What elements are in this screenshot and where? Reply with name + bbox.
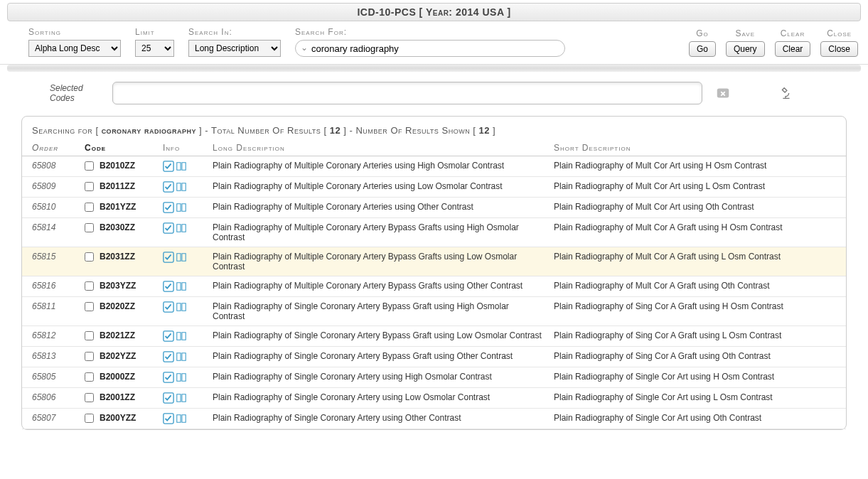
long-desc-cell: Plain Radiography of Multiple Coronary A… xyxy=(207,218,548,247)
book-icon[interactable] xyxy=(176,252,187,263)
check-icon[interactable] xyxy=(163,202,174,213)
long-desc-cell: Plain Radiography of Single Coronary Art… xyxy=(207,367,548,388)
close-button[interactable]: Close xyxy=(820,41,858,57)
col-code[interactable]: Code xyxy=(79,140,157,156)
check-icon[interactable] xyxy=(163,413,174,424)
table-row[interactable]: 65816B203YZZPlain Radiography of Multipl… xyxy=(22,276,846,297)
row-checkbox[interactable] xyxy=(85,414,94,423)
info-cell xyxy=(157,198,207,218)
order-cell: 65809 xyxy=(22,177,79,198)
table-row[interactable]: 65805B2000ZZPlain Radiography of Single … xyxy=(22,367,846,388)
long-desc-cell: Plain Radiography of Single Coronary Art… xyxy=(207,297,548,326)
check-icon[interactable] xyxy=(163,392,174,404)
row-checkbox[interactable] xyxy=(85,331,94,340)
table-row[interactable]: 65811B2020ZZPlain Radiography of Single … xyxy=(22,297,846,326)
order-cell: 65806 xyxy=(22,388,79,409)
check-icon[interactable] xyxy=(163,372,174,383)
book-icon[interactable] xyxy=(176,372,187,383)
table-row[interactable]: 65810B201YZZPlain Radiography of Multipl… xyxy=(22,198,846,218)
short-desc-cell: Plain Radiography of Mult Cor A Graft us… xyxy=(548,218,846,247)
row-checkbox[interactable] xyxy=(85,281,94,291)
col-info[interactable]: Info xyxy=(157,140,207,156)
code-cell: B200YZZ xyxy=(79,409,157,429)
long-desc-cell: Plain Radiography of Single Coronary Art… xyxy=(207,347,548,367)
book-icon[interactable] xyxy=(176,281,187,292)
microscope-icon[interactable] xyxy=(778,85,793,101)
code-cell: B2030ZZ xyxy=(79,218,157,247)
searchin-select[interactable]: Long Description xyxy=(188,40,281,57)
row-checkbox[interactable] xyxy=(85,302,94,311)
toolbar: Sorting Alpha Long Desc Limit 25 Search … xyxy=(0,24,868,65)
book-icon[interactable] xyxy=(176,413,187,424)
row-checkbox[interactable] xyxy=(85,223,94,232)
clear-button[interactable]: Clear xyxy=(775,41,811,57)
info-cell xyxy=(157,156,207,177)
check-icon[interactable] xyxy=(163,252,174,263)
sorting-select[interactable]: Alpha Long Desc xyxy=(28,40,121,57)
row-checkbox[interactable] xyxy=(85,203,94,212)
short-desc-cell: Plain Radiography of Single Cor Art usin… xyxy=(548,367,846,388)
row-checkbox[interactable] xyxy=(85,393,94,402)
table-row[interactable]: 65814B2030ZZPlain Radiography of Multipl… xyxy=(22,218,846,247)
order-cell: 65813 xyxy=(22,347,79,367)
check-icon[interactable] xyxy=(163,161,174,172)
go-button[interactable]: Go xyxy=(689,41,716,57)
check-icon[interactable] xyxy=(163,301,174,313)
check-icon[interactable] xyxy=(163,222,174,234)
row-checkbox[interactable] xyxy=(85,252,94,262)
check-icon[interactable] xyxy=(163,181,174,193)
clear-selection-icon[interactable] xyxy=(715,85,731,101)
book-icon[interactable] xyxy=(176,392,187,404)
table-row[interactable]: 65807B200YZZPlain Radiography of Single … xyxy=(22,409,846,429)
long-desc-cell: Plain Radiography of Multiple Coronary A… xyxy=(207,156,548,177)
book-icon[interactable] xyxy=(176,222,187,234)
table-row[interactable]: 65808B2010ZZPlain Radiography of Multipl… xyxy=(22,156,846,177)
order-cell: 65812 xyxy=(22,326,79,347)
table-row[interactable]: 65809B2011ZZPlain Radiography of Multipl… xyxy=(22,177,846,198)
info-cell xyxy=(157,247,207,276)
searchfor-label: Search For: xyxy=(295,27,565,37)
searchfor-input[interactable] xyxy=(295,40,565,57)
info-cell xyxy=(157,347,207,367)
code-cell: B2021ZZ xyxy=(79,326,157,347)
book-icon[interactable] xyxy=(176,181,187,193)
row-checkbox[interactable] xyxy=(85,182,94,191)
book-icon[interactable] xyxy=(176,161,187,172)
short-desc-cell: Plain Radiography of Mult Cor Art using … xyxy=(548,198,846,218)
col-order[interactable]: Order xyxy=(22,140,79,156)
table-row[interactable]: 65806B2001ZZPlain Radiography of Single … xyxy=(22,388,846,409)
limit-label: Limit xyxy=(135,27,174,37)
info-cell xyxy=(157,276,207,297)
short-desc-cell: Plain Radiography of Mult Cor Art using … xyxy=(548,156,846,177)
limit-select[interactable]: 25 xyxy=(135,40,174,57)
book-icon[interactable] xyxy=(176,301,187,313)
table-row[interactable]: 65813B202YZZPlain Radiography of Single … xyxy=(22,347,846,367)
info-cell xyxy=(157,409,207,429)
col-long[interactable]: Long Description xyxy=(207,140,548,156)
check-icon[interactable] xyxy=(163,351,174,362)
table-row[interactable]: 65812B2021ZZPlain Radiography of Single … xyxy=(22,326,846,347)
code-cell: B2000ZZ xyxy=(79,367,157,388)
row-checkbox[interactable] xyxy=(85,372,94,382)
long-desc-cell: Plain Radiography of Single Coronary Art… xyxy=(207,409,548,429)
code-cell: B2020ZZ xyxy=(79,297,157,326)
info-cell xyxy=(157,177,207,198)
code-cell: B2001ZZ xyxy=(79,388,157,409)
selected-codes-input[interactable] xyxy=(112,82,702,104)
row-checkbox[interactable] xyxy=(85,161,94,171)
book-icon[interactable] xyxy=(176,202,187,213)
query-button[interactable]: Query xyxy=(726,41,765,57)
go-label: Go xyxy=(696,28,709,38)
check-icon[interactable] xyxy=(163,281,174,292)
book-icon[interactable] xyxy=(176,330,187,342)
save-label: Save xyxy=(736,28,755,38)
check-icon[interactable] xyxy=(163,330,174,342)
col-short[interactable]: Short Description xyxy=(548,140,846,156)
table-row[interactable]: 65815B2031ZZPlain Radiography of Multipl… xyxy=(22,247,846,276)
results-panel: Searching for [ coronary radiography ] -… xyxy=(21,116,847,430)
book-icon[interactable] xyxy=(176,351,187,362)
long-desc-cell: Plain Radiography of Multiple Coronary A… xyxy=(207,247,548,276)
row-checkbox[interactable] xyxy=(85,352,94,361)
long-desc-cell: Plain Radiography of Multiple Coronary A… xyxy=(207,177,548,198)
code-cell: B203YZZ xyxy=(79,276,157,297)
